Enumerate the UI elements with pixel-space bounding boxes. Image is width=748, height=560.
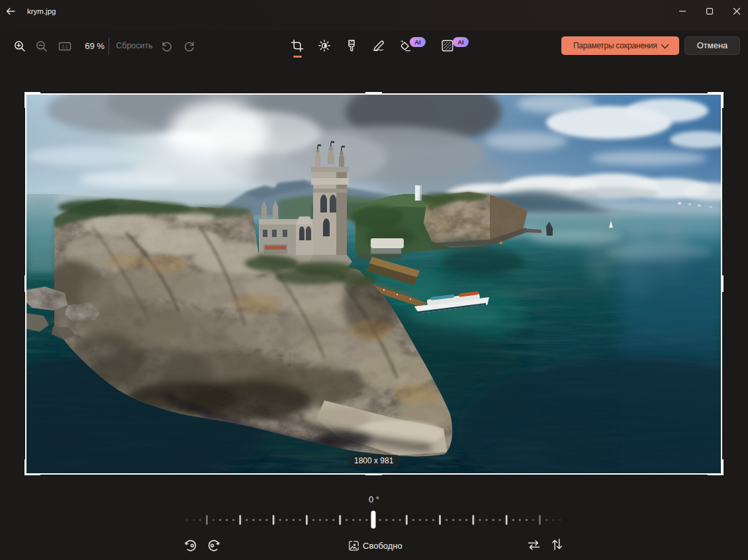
svg-text:1:1: 1:1 [62,44,68,49]
